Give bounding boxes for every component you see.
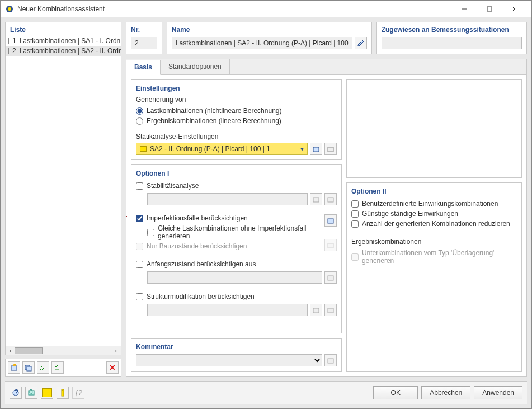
list-item[interactable]: 2 Lastkombinationen | SA2 - II. Ordnung [6, 46, 121, 56]
initial-state-edit-button[interactable] [324, 271, 337, 284]
color-swatch [140, 146, 147, 152]
color-button[interactable] [41, 387, 53, 399]
svg-rect-13 [313, 198, 319, 202]
initial-state-field [147, 271, 322, 284]
window-title: Neuer Kombinationsassistent [17, 5, 451, 13]
assigned-field[interactable] [382, 37, 522, 49]
svg-marker-20 [126, 210, 127, 223]
svg-rect-16 [328, 243, 333, 248]
check-same-lc[interactable]: Gleiche Lastkombinationen ohne Imperfekt… [147, 223, 337, 241]
help-button[interactable]: ? [10, 387, 22, 399]
apply-button[interactable]: Anwenden [474, 386, 522, 399]
minimize-button[interactable] [451, 1, 477, 17]
cancel-button[interactable]: Abbrechen [421, 386, 470, 399]
checklist-a-button[interactable] [37, 361, 49, 374]
list-toolbar: ★ ✕ [5, 359, 121, 377]
yellow-swatch-icon [42, 388, 52, 397]
check-reduce[interactable]: Anzahl der generierten Kombinationen red… [351, 219, 517, 229]
struct-mod-edit-button[interactable] [324, 304, 337, 316]
svg-rect-19 [328, 308, 333, 313]
static-analysis-dropdown[interactable]: SA2 - II. Ordnung (P-Δ) | Picard | 100 |… [136, 143, 308, 155]
assigned-panel: Zugewiesen an Bemessungssituationen [376, 22, 527, 54]
svg-text:?: ? [15, 389, 18, 396]
stability-edit-button[interactable] [324, 193, 337, 205]
comment-group: Kommentar [131, 338, 342, 372]
scroll-right-icon: › [112, 347, 120, 355]
check-user-combos[interactable]: Benutzerdefinierte Einwirkungskombinatio… [351, 199, 517, 209]
number-panel: Nr. 2 [126, 22, 162, 54]
copy-item-button[interactable] [22, 361, 35, 374]
svg-rect-14 [328, 198, 333, 202]
edit-name-button[interactable] [355, 37, 367, 49]
radio-load-combos[interactable]: Lastkombinationen (nichtlineare Berechnu… [136, 106, 337, 116]
check-initial-state[interactable]: Anfangszustand berücksichtigen aus [136, 259, 337, 269]
chevron-down-icon: ▾ [300, 145, 304, 153]
options-2-group: Optionen II Benutzerdefinierte Einwirkun… [346, 182, 522, 372]
list-panel: Liste 1 Lastkombinationen | SA1 - I. Ord… [5, 22, 121, 355]
tab-basis[interactable]: Basis [126, 60, 161, 75]
svg-rect-21 [328, 359, 333, 363]
construction-edit-button [324, 239, 337, 251]
svg-text:0.0: 0.0 [29, 389, 35, 396]
horizontal-scrollbar[interactable]: ‹ › [6, 346, 121, 355]
check-favorable[interactable]: Günstige ständige Einwirkungen [351, 209, 517, 219]
svg-rect-3 [487, 7, 492, 11]
comment-edit-button[interactable] [324, 354, 337, 366]
tab-strip: Basis Standardoptionen [126, 59, 526, 75]
stability-field [147, 193, 308, 205]
check-sub-combos: Unterkombinationen vom Typ 'Überlagerung… [351, 248, 517, 266]
radio-result-combos[interactable]: Ergebniskombinationen (lineare Berechnun… [136, 116, 337, 126]
scroll-left-icon: ‹ [7, 347, 15, 355]
stability-new-button[interactable] [310, 193, 322, 205]
imperfection-edit-button[interactable] [324, 214, 337, 227]
name-field[interactable]: Lastkombinationen | SA2 - II. Ordnung (P… [172, 37, 352, 49]
list-rows[interactable]: 1 Lastkombinationen | SA1 - I. Ordnung 2… [6, 36, 121, 346]
tab-standard-options[interactable]: Standardoptionen [161, 59, 230, 74]
new-static-button[interactable] [310, 143, 322, 155]
check-imperfection[interactable]: Imperfektionsfälle berücksichtigen [136, 213, 337, 223]
title-bar: Neuer Kombinationsassistent [1, 1, 531, 17]
struct-mod-new-button[interactable] [310, 304, 322, 316]
options-1-group: Optionen I Stabilitätsanalyse [131, 164, 342, 333]
comment-dropdown[interactable] [136, 354, 322, 366]
new-item-button[interactable]: ★ [8, 361, 20, 374]
tag-button[interactable] [57, 387, 69, 399]
name-panel: Name Lastkombinationen | SA2 - II. Ordnu… [167, 22, 372, 54]
delete-icon: ✕ [109, 363, 116, 372]
svg-rect-17 [328, 276, 333, 280]
settings-group: Einstellungen Generierung von Lastkombin… [131, 79, 342, 160]
blank-group-top [346, 79, 522, 178]
edit-static-button[interactable] [324, 143, 337, 155]
color-chip [8, 48, 9, 54]
units-button[interactable]: 0.0 [25, 387, 37, 399]
struct-mod-field [147, 304, 308, 316]
highlight-arrow-icon [126, 209, 127, 224]
checklist-b-button[interactable] [51, 361, 64, 374]
svg-text:★: ★ [12, 364, 18, 368]
list-item[interactable]: 1 Lastkombinationen | SA1 - I. Ordnung [6, 36, 121, 46]
svg-point-1 [8, 7, 11, 11]
footer: ? 0.0 ƒ? OK Abbrechen Anwenden [5, 381, 527, 404]
svg-point-27 [62, 390, 63, 391]
svg-rect-15 [328, 219, 333, 223]
check-struct-mod[interactable]: Strukturmodifikation berücksichtigen [136, 292, 337, 302]
svg-rect-9 [27, 366, 31, 371]
delete-item-button[interactable]: ✕ [106, 361, 119, 374]
maximize-button[interactable] [477, 1, 502, 17]
app-icon [5, 4, 14, 13]
check-stability[interactable]: Stabilitätsanalyse [136, 181, 337, 191]
svg-rect-12 [328, 147, 333, 152]
svg-rect-11 [313, 147, 319, 152]
ok-button[interactable]: OK [373, 386, 418, 399]
number-field[interactable]: 2 [131, 37, 157, 49]
function-button[interactable]: ƒ? [72, 387, 84, 399]
close-button[interactable] [502, 1, 527, 17]
list-label: Liste [6, 22, 121, 36]
svg-rect-18 [313, 308, 319, 313]
color-chip [8, 38, 9, 44]
